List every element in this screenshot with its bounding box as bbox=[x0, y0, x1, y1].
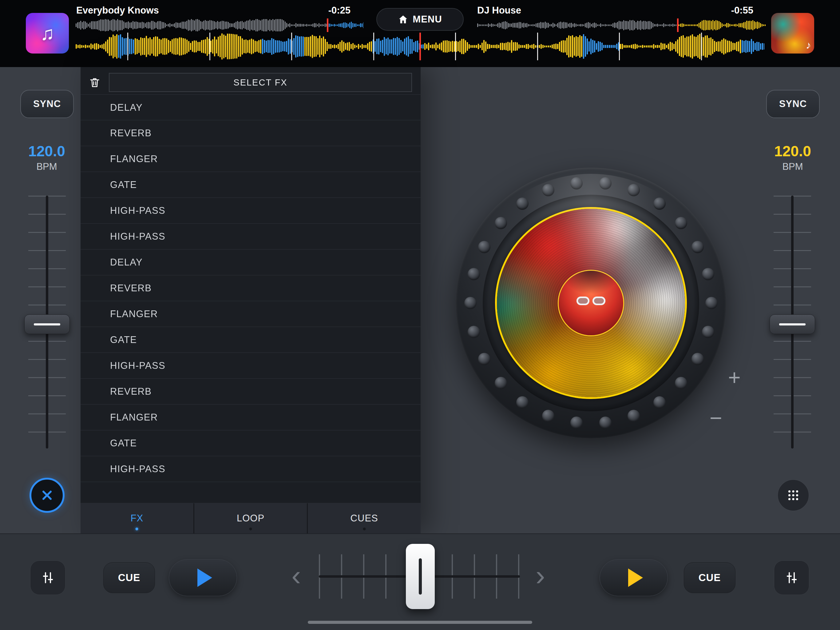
fx-item[interactable]: FLANGER bbox=[81, 301, 421, 327]
crossfader-handle[interactable] bbox=[406, 544, 435, 609]
deck-a-album-art[interactable]: ♫ bbox=[26, 13, 69, 54]
slider-grip bbox=[34, 323, 60, 326]
deck-a-bpm-value[interactable]: 120.0 bbox=[12, 143, 81, 160]
jog-bump bbox=[654, 396, 666, 408]
deck-b-overview-waveform[interactable] bbox=[477, 19, 766, 32]
deck-b-time-remaining[interactable]: -0:55 bbox=[704, 5, 753, 16]
jog-bump bbox=[702, 326, 714, 338]
tab-cues[interactable]: CUES bbox=[308, 503, 421, 533]
tab-indicator-dot bbox=[136, 527, 138, 530]
deck-b-jog-wheel[interactable] bbox=[456, 168, 726, 438]
jog-bump bbox=[467, 268, 480, 280]
fx-item[interactable]: DELAY bbox=[81, 250, 421, 275]
jog-bump bbox=[495, 377, 507, 389]
jog-bump bbox=[692, 353, 704, 365]
deck-a-bpm-label: BPM bbox=[12, 161, 81, 172]
deck-a-play-button[interactable] bbox=[169, 559, 237, 596]
deck-b-cue-button[interactable]: CUE bbox=[684, 562, 736, 593]
fx-item[interactable]: REVERB bbox=[81, 120, 421, 146]
tab-loop[interactable]: LOOP bbox=[194, 503, 307, 533]
jog-bump bbox=[675, 217, 687, 229]
fx-item[interactable]: FLANGER bbox=[81, 146, 421, 172]
jog-bump bbox=[542, 410, 554, 422]
music-note-icon: ♪ bbox=[806, 39, 811, 51]
jog-bump bbox=[628, 184, 640, 196]
deck-a-track-title: Everybody Knows bbox=[76, 5, 159, 16]
crossfader-right-arrow-icon[interactable]: › bbox=[535, 560, 545, 590]
trash-icon bbox=[88, 76, 101, 89]
jog-bump bbox=[705, 297, 718, 309]
faders-icon bbox=[41, 570, 55, 585]
deck-a-tempo-slider[interactable] bbox=[24, 314, 70, 334]
clear-fx-button[interactable] bbox=[86, 74, 103, 91]
deck-b-bpm-value[interactable]: 120.0 bbox=[758, 143, 827, 160]
jog-bump bbox=[654, 198, 666, 210]
deck-b-sync-button[interactable]: SYNC bbox=[766, 90, 820, 118]
jog-bump bbox=[478, 353, 490, 365]
music-note-icon: ♫ bbox=[26, 13, 69, 54]
fx-item[interactable]: HIGH-PASS bbox=[81, 353, 421, 379]
jog-bump bbox=[464, 297, 477, 309]
menu-label: MENU bbox=[413, 14, 442, 25]
pads-grid-icon bbox=[786, 488, 801, 503]
jog-bump bbox=[495, 217, 507, 229]
fx-item[interactable]: HIGH-PASS bbox=[81, 456, 421, 482]
lens-right bbox=[592, 296, 605, 305]
vinyl-record[interactable] bbox=[495, 207, 687, 399]
fx-item[interactable]: REVERB bbox=[81, 275, 421, 301]
jog-bump bbox=[692, 241, 704, 253]
fx-item[interactable]: REVERB bbox=[81, 379, 421, 405]
deck-b-tempo-slider[interactable] bbox=[770, 314, 815, 334]
deck-a-time-remaining[interactable]: -0:25 bbox=[301, 5, 351, 16]
jog-bump bbox=[542, 184, 554, 196]
jog-bump bbox=[628, 410, 640, 422]
fx-item[interactable]: GATE bbox=[81, 172, 421, 198]
deck-a-cue-button[interactable]: CUE bbox=[103, 562, 155, 593]
tab-fx[interactable]: FX bbox=[81, 503, 193, 533]
zoomed-waveform[interactable] bbox=[76, 33, 764, 60]
transport-bar: CUE ‹ › CUE bbox=[0, 533, 840, 630]
tab-label: LOOP bbox=[237, 513, 264, 524]
play-icon bbox=[628, 568, 643, 587]
crossfader-left-arrow-icon[interactable]: ‹ bbox=[292, 560, 301, 590]
deck-b-pads-button[interactable] bbox=[777, 479, 809, 511]
deck-a-close-fx-button[interactable] bbox=[30, 478, 65, 513]
fx-item[interactable]: HIGH-PASS bbox=[81, 198, 421, 224]
jog-bump bbox=[467, 326, 480, 338]
tab-label: FX bbox=[131, 513, 144, 524]
deck-b-album-art[interactable]: ♪ bbox=[771, 13, 814, 54]
jog-bump bbox=[478, 241, 490, 253]
fx-item[interactable]: DELAY bbox=[81, 95, 421, 120]
tab-label: CUES bbox=[351, 513, 378, 524]
fx-item[interactable]: GATE bbox=[81, 431, 421, 456]
fx-panel-tabs: FX LOOP CUES bbox=[81, 503, 421, 533]
menu-button[interactable]: MENU bbox=[376, 8, 464, 31]
fx-item[interactable]: FLANGER bbox=[81, 405, 421, 431]
select-fx-header: SELECT FX bbox=[109, 73, 412, 92]
deck-a-mixer-settings-button[interactable] bbox=[30, 560, 65, 595]
jog-bump bbox=[675, 377, 687, 389]
tab-indicator-dot bbox=[363, 527, 366, 530]
fx-panel: SELECT FX DELAY REVERB FLANGER GATE HIGH… bbox=[81, 67, 421, 533]
deck-b-bpm-label: BPM bbox=[758, 161, 827, 172]
deck-a-overview-waveform[interactable] bbox=[76, 19, 363, 32]
jog-bump bbox=[570, 416, 583, 429]
deck-b-mixer-settings-button[interactable] bbox=[774, 560, 809, 595]
deck-b-play-button[interactable] bbox=[600, 559, 668, 596]
dj-app: ♫ Everybody Knows -0:25 MENU DJ House -0… bbox=[0, 0, 840, 630]
fx-item[interactable]: GATE bbox=[81, 327, 421, 353]
jog-bump bbox=[570, 177, 583, 190]
jog-bump bbox=[516, 198, 529, 210]
sunglasses-art bbox=[576, 296, 605, 305]
pitch-bend-minus-button[interactable]: − bbox=[710, 407, 722, 429]
deck-b-track-title: DJ House bbox=[477, 5, 521, 16]
home-icon bbox=[398, 14, 408, 25]
deck-a-sync-button[interactable]: SYNC bbox=[20, 90, 74, 118]
fx-item[interactable]: HIGH-PASS bbox=[81, 224, 421, 250]
home-indicator[interactable] bbox=[308, 621, 532, 624]
fx-list: DELAY REVERB FLANGER GATE HIGH-PASS HIGH… bbox=[81, 95, 421, 482]
jog-bump bbox=[516, 396, 529, 408]
pitch-bend-plus-button[interactable]: + bbox=[728, 367, 741, 388]
crossfader-grip bbox=[419, 558, 422, 595]
tab-indicator-dot bbox=[249, 527, 252, 530]
